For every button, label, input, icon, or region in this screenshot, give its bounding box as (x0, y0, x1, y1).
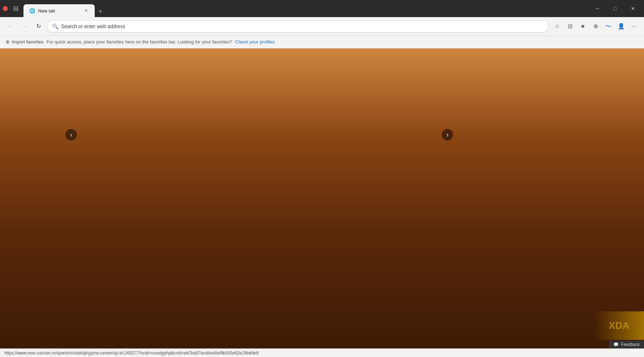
tab-close-button[interactable]: ✕ (83, 8, 89, 14)
address-bar[interactable]: 🔍 Search or enter web address (47, 20, 549, 32)
video-next-button[interactable]: › (442, 129, 453, 140)
import-label: Import favorites (12, 39, 44, 45)
tab-favicon: 🌐 (29, 8, 35, 14)
back-button[interactable]: ← (4, 21, 16, 32)
title-bar-left (3, 6, 8, 11)
favorites-notice: For quick access, place your favorites h… (47, 39, 232, 45)
title-bar: ⊟ 🌐 New tab ✕ + ─ □ ✕ (0, 0, 644, 17)
content-area: ‹ › (0, 48, 644, 348)
favorites-button[interactable]: ☆ (551, 21, 563, 32)
new-tab-button[interactable]: + (95, 6, 106, 17)
status-url: https://www.msn.com/en-in/sports/cricket… (4, 351, 258, 356)
tab-title: New tab (38, 8, 80, 14)
status-bar: https://www.msn.com/en-in/sports/cricket… (0, 348, 644, 357)
minimize-button[interactable]: ─ (589, 3, 606, 14)
search-icon: 🔍 (52, 24, 58, 29)
close-window-btn[interactable] (3, 6, 8, 11)
forward-button[interactable]: → (19, 21, 30, 32)
sidebar-toggle[interactable]: ⊟ (11, 4, 21, 14)
maximize-button[interactable]: □ (607, 3, 623, 14)
split-screen-button[interactable]: ⊟ (564, 21, 576, 32)
nav-actions: ☆ ⊟ ★ ⊕ 〜 👤 ⋯ (551, 21, 640, 32)
tab-bar: 🌐 New tab ✕ + (23, 0, 586, 17)
edge-button[interactable]: 〜 (603, 21, 614, 32)
xda-logo: XDA (608, 320, 629, 331)
feedback-button[interactable]: 💬 Feedback (609, 341, 644, 348)
import-favorites-button[interactable]: ⊕ Import favorites (6, 39, 44, 45)
window-controls: ─ □ ✕ (589, 3, 641, 14)
right-decorative-image (587, 48, 644, 348)
collections-button[interactable]: ⊕ (590, 21, 601, 32)
feedback-icon: 💬 (613, 342, 619, 347)
xda-watermark: XDA (594, 311, 644, 340)
feedback-label: Feedback (621, 342, 640, 347)
nav-bar: ← → ↻ 🔍 Search or enter web address ☆ ⊟ … (0, 17, 644, 36)
close-button[interactable]: ✕ (625, 3, 641, 14)
favorites-bar: ⊕ Import favorites For quick access, pla… (0, 36, 644, 48)
settings-button[interactable]: ⋯ (628, 21, 640, 32)
video-prev-button[interactable]: ‹ (66, 129, 77, 140)
check-profiles-link[interactable]: Check your profiles (235, 39, 274, 45)
refresh-button[interactable]: ↻ (33, 21, 44, 32)
profile-button[interactable]: 👤 (616, 21, 627, 32)
address-text: Search or enter web address (61, 24, 543, 29)
favorites-sidebar-button[interactable]: ★ (577, 21, 588, 32)
import-icon: ⊕ (6, 39, 10, 45)
active-tab[interactable]: 🌐 New tab ✕ (23, 4, 95, 17)
